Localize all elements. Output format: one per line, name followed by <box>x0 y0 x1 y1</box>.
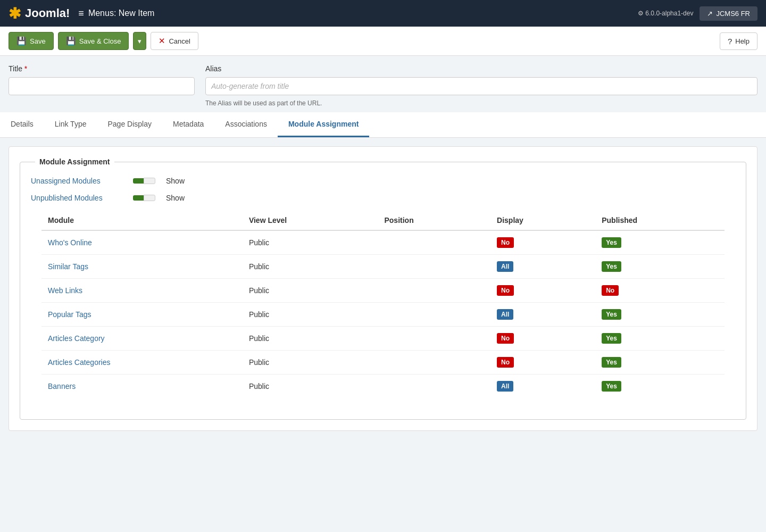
module-link[interactable]: Similar Tags <box>48 262 88 271</box>
module-display-cell: All <box>490 255 595 279</box>
module-display-cell: No <box>490 327 595 351</box>
required-indicator: * <box>24 64 27 73</box>
topbar-right: ⚙ 6.0.0-alpha1-dev ↗ JCMS6 FR <box>638 6 757 21</box>
module-name-cell: Banners <box>41 375 243 398</box>
module-link[interactable]: Articles Category <box>48 334 105 343</box>
display-badge[interactable]: All <box>497 309 513 320</box>
module-published-cell: Yes <box>595 255 725 279</box>
module-view-level-cell: Public <box>243 255 378 279</box>
col-module: Module <box>41 211 243 230</box>
module-view-level-cell: Public <box>243 303 378 327</box>
toolbar-actions: 💾 Save 💾 Save & Close ▾ ✕ Cancel <box>9 32 198 50</box>
unpublished-toggle[interactable] <box>133 195 155 201</box>
col-published: Published <box>595 211 725 230</box>
published-badge[interactable]: Yes <box>602 333 621 344</box>
display-badge[interactable]: No <box>497 285 514 296</box>
module-position-cell <box>378 279 490 303</box>
unassigned-toggle-on[interactable] <box>133 178 144 184</box>
unpublished-toggle-off[interactable] <box>144 195 155 201</box>
module-position-cell <box>378 351 490 375</box>
tabs-bar: Details Link Type Page Display Metadata … <box>0 112 766 138</box>
module-published-cell: No <box>595 279 725 303</box>
page-title-topbar: ≡ Menus: New Item <box>78 8 154 19</box>
topbar-left: ✱ Joomla! ≡ Menus: New Item <box>9 5 154 22</box>
hamburger-icon[interactable]: ≡ <box>78 8 84 19</box>
external-link-icon: ↗ <box>707 10 713 18</box>
alias-input[interactable] <box>205 77 757 95</box>
display-badge[interactable]: All <box>497 261 513 272</box>
unpublished-show-label: Show <box>166 194 185 202</box>
display-badge[interactable]: No <box>497 357 514 368</box>
tab-module-assignment[interactable]: Module Assignment <box>278 112 370 137</box>
module-link[interactable]: Who's Online <box>48 238 92 247</box>
table-row: Similar Tags Public All Yes <box>41 255 725 279</box>
tab-associations[interactable]: Associations <box>214 112 278 137</box>
display-badge[interactable]: No <box>497 237 514 248</box>
save-button[interactable]: 💾 Save <box>9 32 54 50</box>
unassigned-toggle-off[interactable] <box>144 178 155 184</box>
joomla-x-icon: ⚙ <box>638 10 644 17</box>
published-badge[interactable]: Yes <box>602 309 621 320</box>
toolbar: 💾 Save 💾 Save & Close ▾ ✕ Cancel ? Help <box>0 27 766 56</box>
unassigned-toggle[interactable] <box>133 178 155 184</box>
tab-metadata[interactable]: Metadata <box>162 112 214 137</box>
alias-field-group: Alias The Alias will be used as part of … <box>205 64 757 107</box>
module-display-cell: All <box>490 303 595 327</box>
module-table: Module View Level Position Display Publi… <box>41 211 725 398</box>
unpublished-modules-label: Unpublished Modules <box>31 194 127 202</box>
module-view-level-cell: Public <box>243 351 378 375</box>
save-close-icon: 💾 <box>66 36 76 46</box>
module-display-cell: All <box>490 375 595 398</box>
unassigned-modules-row: Unassigned Modules Show <box>31 177 735 185</box>
published-badge[interactable]: Yes <box>602 237 621 248</box>
table-row: Articles Category Public No Yes <box>41 327 725 351</box>
unassigned-show-label: Show <box>166 177 185 185</box>
site-preview-button[interactable]: ↗ JCMS6 FR <box>700 6 757 21</box>
module-link[interactable]: Popular Tags <box>48 310 91 319</box>
table-row: Articles Categories Public No Yes <box>41 351 725 375</box>
save-close-button[interactable]: 💾 Save & Close <box>58 32 129 50</box>
module-view-level-cell: Public <box>243 230 378 255</box>
module-published-cell: Yes <box>595 375 725 398</box>
module-name-cell: Web Links <box>41 279 243 303</box>
help-button[interactable]: ? Help <box>720 32 757 50</box>
published-badge[interactable]: Yes <box>602 261 621 272</box>
published-badge[interactable]: No <box>602 285 619 296</box>
module-assignment-legend: Module Assignment <box>35 157 114 166</box>
cancel-button[interactable]: ✕ Cancel <box>151 32 198 50</box>
table-row: Banners Public All Yes <box>41 375 725 398</box>
display-badge[interactable]: No <box>497 333 514 344</box>
save-dropdown-button[interactable]: ▾ <box>133 32 146 50</box>
version-label: ⚙ 6.0.0-alpha1-dev <box>638 10 693 17</box>
title-label: Title * <box>9 64 195 73</box>
unpublished-modules-row: Unpublished Modules Show <box>31 194 735 202</box>
tab-details[interactable]: Details <box>0 112 44 137</box>
title-input[interactable] <box>9 77 195 95</box>
joomla-wordmark: Joomla! <box>25 6 70 20</box>
module-position-cell <box>378 255 490 279</box>
tab-link-type[interactable]: Link Type <box>44 112 97 137</box>
module-assignment-section: Module Assignment Unassigned Modules Sho… <box>0 146 766 442</box>
published-badge[interactable]: Yes <box>602 357 621 368</box>
col-display: Display <box>490 211 595 230</box>
published-badge[interactable]: Yes <box>602 381 621 392</box>
page-heading: Menus: New Item <box>88 9 154 18</box>
unpublished-toggle-on[interactable] <box>133 195 144 201</box>
module-display-cell: No <box>490 351 595 375</box>
module-link[interactable]: Articles Categories <box>48 358 111 367</box>
tab-page-display[interactable]: Page Display <box>97 112 162 137</box>
module-published-cell: Yes <box>595 303 725 327</box>
module-position-cell <box>378 303 490 327</box>
module-published-cell: Yes <box>595 230 725 255</box>
module-name-cell: Articles Category <box>41 327 243 351</box>
module-assignment-fieldset: Module Assignment Unassigned Modules Sho… <box>20 157 746 420</box>
table-row: Who's Online Public No Yes <box>41 230 725 255</box>
module-link[interactable]: Banners <box>48 382 76 390</box>
module-link[interactable]: Web Links <box>48 286 82 295</box>
top-section: Title * Alias The Alias will be used as … <box>0 56 766 107</box>
title-field-group: Title * <box>9 64 195 107</box>
module-table-body: Who's Online Public No Yes Similar Tags … <box>41 230 725 398</box>
save-icon: 💾 <box>16 36 27 46</box>
display-badge[interactable]: All <box>497 381 513 392</box>
alias-hint: The Alias will be used as part of the UR… <box>205 99 757 107</box>
